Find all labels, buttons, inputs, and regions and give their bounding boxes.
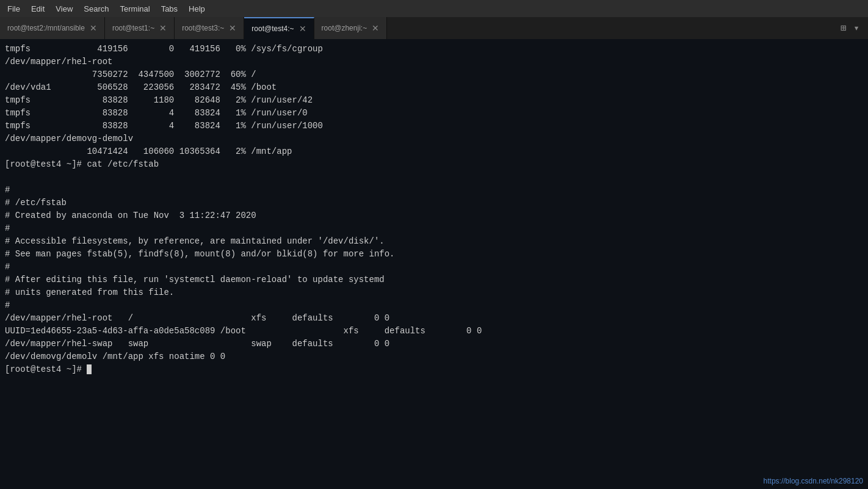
tab-close-icon[interactable]: ✕	[299, 24, 306, 33]
tab-test1[interactable]: root@test1:~ ✕	[105, 17, 175, 39]
menubar: File Edit View Search Terminal Tabs Help	[0, 0, 868, 17]
menu-tabs[interactable]: Tabs	[156, 3, 183, 15]
status-url: https://blog.csdn.net/nk298120	[764, 477, 863, 485]
menu-terminal[interactable]: Terminal	[115, 3, 155, 15]
menu-file[interactable]: File	[2, 3, 25, 15]
menu-search[interactable]: Search	[79, 3, 114, 15]
tab-test3[interactable]: root@test3:~ ✕	[175, 17, 244, 39]
tab-label: root@test2:/mnt/ansible	[7, 24, 85, 32]
menu-help[interactable]: Help	[184, 3, 210, 15]
tab-test4[interactable]: root@test4:~ ✕	[244, 17, 314, 39]
menu-view[interactable]: View	[51, 3, 78, 15]
tab-actions: ⊞ ▾	[837, 21, 868, 35]
tab-label: root@test3:~	[182, 24, 224, 32]
tab-label: root@zhenji:~	[322, 24, 367, 32]
tab-zhenji[interactable]: root@zhenji:~ ✕	[314, 17, 388, 39]
tabbar: root@test2:/mnt/ansible ✕ root@test1:~ ✕…	[0, 17, 868, 39]
new-tab-button[interactable]: ⊞	[837, 21, 850, 35]
tab-close-icon[interactable]: ✕	[159, 24, 167, 32]
tab-label: root@test1:~	[112, 24, 154, 32]
menu-edit[interactable]: Edit	[26, 3, 49, 15]
tab-close-icon[interactable]: ✕	[90, 24, 97, 32]
status-bar: https://blog.csdn.net/nk298120	[764, 476, 863, 487]
tab-menu-button[interactable]: ▾	[850, 21, 863, 35]
tab-test2[interactable]: root@test2:/mnt/ansible ✕	[0, 17, 105, 39]
terminal[interactable]: tmpfs 419156 0 419156 0% /sys/fs/cgroup …	[0, 39, 868, 489]
terminal-output: tmpfs 419156 0 419156 0% /sys/fs/cgroup …	[5, 43, 863, 376]
tab-close-icon[interactable]: ✕	[372, 24, 379, 32]
cursor	[87, 364, 92, 374]
tab-close-icon[interactable]: ✕	[229, 24, 236, 32]
tab-label: root@test4:~	[251, 24, 294, 33]
